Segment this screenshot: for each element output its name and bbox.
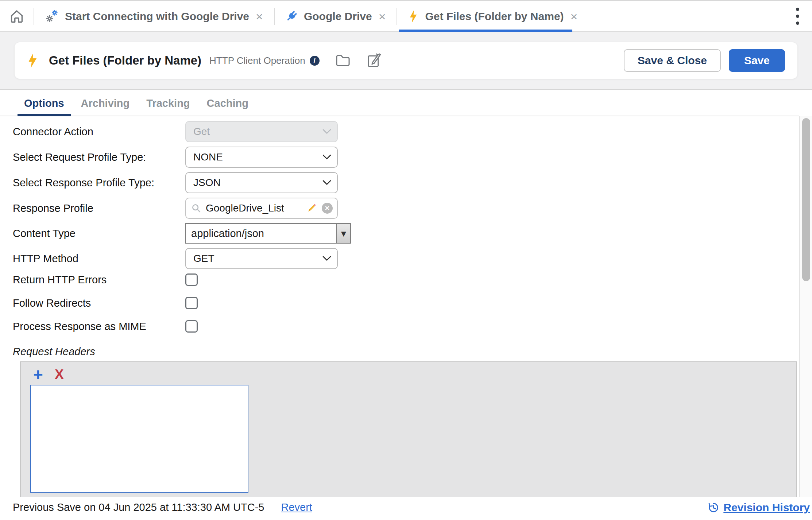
search-icon — [191, 203, 201, 213]
home-button[interactable] — [0, 1, 34, 31]
content-type-combobox[interactable]: application/json ▼ — [185, 223, 351, 244]
response-profile-type-value: JSON — [193, 177, 221, 189]
http-method-value: GET — [193, 253, 214, 264]
chevron-down-icon — [322, 256, 331, 261]
page-title: Get Files (Folder by Name) — [49, 54, 201, 67]
process-response-as-mime-label: Process Response as MIME — [13, 321, 185, 333]
tab-label: Start Connecting with Google Drive — [65, 10, 249, 23]
response-profile-type-label: Select Response Profile Type: — [13, 177, 185, 189]
connector-action-select: Get — [185, 121, 338, 142]
revision-history[interactable]: Revision History — [707, 501, 810, 514]
tab-label: Get Files (Folder by Name) — [425, 10, 564, 23]
delete-header-button[interactable]: X — [55, 368, 64, 381]
request-profile-type-select[interactable]: NONE — [185, 147, 338, 168]
pencil-icon[interactable] — [306, 202, 317, 214]
revision-history-link[interactable]: Revision History — [723, 501, 810, 514]
tab-caching[interactable]: Caching — [207, 91, 248, 116]
http-method-select[interactable]: GET — [185, 248, 338, 269]
http-method-label: HTTP Method — [13, 253, 185, 265]
save-and-close-button[interactable]: Save & Close — [624, 49, 721, 72]
home-icon — [9, 9, 24, 24]
folder-icon[interactable] — [336, 54, 350, 67]
dropdown-arrow-icon[interactable]: ▼ — [336, 224, 350, 243]
edit-icon[interactable] — [366, 53, 382, 68]
response-profile-input[interactable]: GoogleDrive_List × — [185, 198, 338, 219]
footer: Previous Save on 04 Jun 2025 at 11:33:30… — [0, 497, 812, 520]
close-icon[interactable]: × — [570, 10, 579, 23]
content-type-label: Content Type — [13, 228, 185, 240]
lightning-icon — [407, 10, 419, 23]
gears-icon — [45, 9, 59, 24]
close-icon[interactable]: × — [255, 10, 264, 23]
chevron-down-icon — [322, 180, 331, 186]
response-profile-type-select[interactable]: JSON — [185, 172, 338, 193]
return-http-errors-label: Return HTTP Errors — [13, 274, 185, 286]
kebab-menu-icon[interactable] — [783, 1, 812, 31]
lightning-icon — [27, 53, 38, 68]
return-http-errors-checkbox[interactable] — [185, 273, 198, 286]
tab-label: Google Drive — [304, 10, 372, 23]
tab-tracking[interactable]: Tracking — [146, 91, 190, 116]
chevron-down-icon — [322, 129, 331, 135]
tab-archiving[interactable]: Archiving — [81, 91, 130, 116]
add-header-button[interactable]: + — [33, 368, 43, 381]
follow-redirects-label: Follow Redirects — [13, 297, 185, 309]
operation-type-label: HTTP Client Operation — [209, 55, 305, 66]
request-headers-title: Request Headers — [13, 346, 799, 358]
connector-action-label: Connector Action — [13, 126, 185, 138]
revert-link[interactable]: Revert — [281, 501, 312, 513]
plug-icon — [285, 10, 298, 23]
request-profile-type-value: NONE — [193, 151, 223, 163]
process-response-as-mime-checkbox[interactable] — [185, 320, 198, 333]
request-headers-panel: + X — [20, 361, 797, 502]
operation-header-card: Get Files (Folder by Name) HTTP Client O… — [15, 42, 797, 79]
previous-save-text: Previous Save on 04 Jun 2025 at 11:33:30… — [13, 501, 264, 513]
tab-google-drive[interactable]: Google Drive × — [275, 1, 397, 31]
response-profile-label: Response Profile — [13, 202, 185, 214]
follow-redirects-checkbox[interactable] — [185, 297, 198, 309]
chevron-down-icon — [322, 155, 331, 160]
vertical-scrollbar[interactable] — [799, 116, 812, 497]
close-icon[interactable]: × — [378, 10, 387, 23]
window-tab-bar: Start Connecting with Google Drive × Goo… — [0, 0, 812, 32]
content-type-value: application/json — [186, 224, 336, 243]
tab-options[interactable]: Options — [24, 91, 64, 116]
clear-icon[interactable]: × — [322, 203, 333, 214]
section-tabs: Options Archiving Tracking Caching — [0, 91, 799, 116]
history-clock-icon — [707, 501, 720, 514]
tab-start-connecting[interactable]: Start Connecting with Google Drive × — [34, 1, 274, 31]
info-icon[interactable]: i — [310, 56, 320, 66]
operation-form: Options Archiving Tracking Caching Conne… — [0, 91, 799, 497]
tab-get-files[interactable]: Get Files (Folder by Name) × — [397, 1, 588, 31]
request-headers-list[interactable] — [30, 385, 248, 493]
connector-action-value: Get — [193, 126, 210, 137]
request-profile-type-label: Select Request Profile Type: — [13, 151, 185, 163]
scrollbar-thumb[interactable] — [802, 118, 810, 281]
response-profile-value: GoogleDrive_List — [206, 202, 301, 214]
header-band: Get Files (Folder by Name) HTTP Client O… — [0, 32, 812, 90]
save-button[interactable]: Save — [729, 49, 785, 72]
